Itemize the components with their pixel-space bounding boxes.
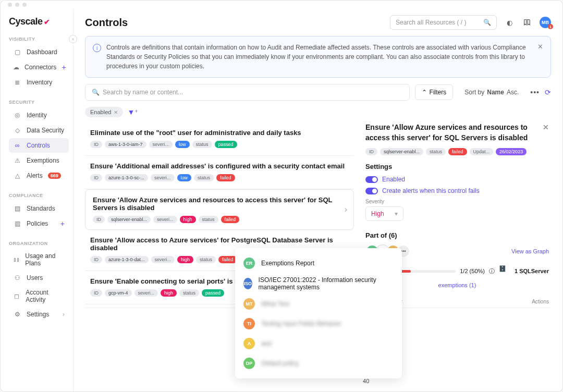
- nav-account-activity[interactable]: ◻Account Activity: [9, 286, 69, 307]
- nav-usage[interactable]: ⫾⫾Usage and Plans: [9, 249, 69, 270]
- popover-item[interactable]: ERExemptions Report: [240, 253, 397, 273]
- nav-connectors[interactable]: ☁Connectors+: [9, 60, 69, 75]
- add-connector-icon[interactable]: +: [62, 63, 66, 71]
- global-search-input[interactable]: Search all Resources ( / )🔍: [390, 15, 497, 30]
- inventory-icon: ≣: [13, 78, 21, 87]
- policies-icon: ▥: [13, 219, 21, 228]
- nav-alerts[interactable]: △Alerts669: [9, 168, 69, 183]
- popover-item[interactable]: ISOISO/IEC 27001:2022 - Information secu…: [240, 273, 397, 294]
- settings-icon: ⚙: [13, 310, 21, 318]
- chevron-right-icon: ›: [63, 311, 65, 318]
- users-icon: ⚇: [13, 274, 21, 282]
- logo: Cyscale✔: [9, 16, 69, 27]
- info-icon[interactable]: ⓘ: [489, 267, 495, 275]
- popover-item[interactable]: MTMihai Test: [240, 294, 397, 314]
- page-title: Controls: [85, 17, 128, 29]
- control-card[interactable]: Ensure 'Additional email addresses' is c…: [85, 156, 354, 189]
- add-policy-icon[interactable]: +: [60, 219, 65, 228]
- info-banner: i Controls are definitions that contain …: [85, 36, 551, 78]
- section-security-label: SECURITY: [9, 100, 69, 105]
- popover-item[interactable]: TITesting Input Fields Behavior: [240, 314, 397, 334]
- nav-controls[interactable]: ∞Controls: [9, 138, 69, 153]
- dashboard-icon: ▢: [13, 48, 21, 56]
- filter-chip-enabled[interactable]: Enabled✕: [85, 107, 123, 117]
- more-icon[interactable]: •••: [530, 88, 540, 96]
- controls-search-input[interactable]: 🔍Search by name or content...: [85, 84, 410, 101]
- section-visibility-label: VISIBILITY: [9, 36, 69, 42]
- section-organization-label: ORGANIZATION: [9, 241, 69, 246]
- usage-icon: ⫾⫾: [13, 255, 20, 264]
- severity-select[interactable]: High▾: [365, 206, 403, 221]
- alerts-badge: 669: [48, 173, 61, 179]
- view-graph-link[interactable]: View as Graph: [511, 248, 549, 254]
- controls-icon: ∞: [13, 141, 21, 150]
- nav-users[interactable]: ⚇Users: [9, 271, 69, 285]
- exemptions-icon: ⚠: [13, 156, 21, 165]
- enabled-toggle[interactable]: [365, 176, 378, 183]
- sort-button[interactable]: Sort by Name Asc.: [458, 85, 525, 100]
- user-avatar[interactable]: MB: [540, 17, 551, 28]
- close-detail-icon[interactable]: ✕: [543, 123, 549, 143]
- nav-policies[interactable]: ▥Policies+: [9, 216, 69, 231]
- activity-icon: ◻: [13, 292, 20, 300]
- nav-identity[interactable]: ◎Identity: [9, 108, 69, 123]
- info-icon: i: [93, 44, 101, 52]
- sidebar: Cyscale✔ ‹ VISIBILITY ▢Dashboard ☁Connec…: [1, 9, 74, 391]
- alerts-icon: △: [13, 172, 21, 180]
- section-compliance-label: COMPLIANCE: [9, 193, 69, 198]
- nav-exemptions[interactable]: ⚠Exemptions: [9, 153, 69, 168]
- connectors-icon: ☁: [13, 63, 19, 71]
- add-filter-icon[interactable]: ▼⁺: [127, 108, 138, 116]
- data-security-icon: ◇: [13, 126, 21, 134]
- nav-settings[interactable]: ⚙Settings›: [9, 307, 69, 322]
- topbar: Controls Search all Resources ( / )🔍 ◐ M…: [74, 9, 562, 36]
- popover-item[interactable]: DPDefault policy: [240, 353, 397, 373]
- popover-item[interactable]: Aasd: [240, 334, 397, 353]
- identity-icon: ◎: [13, 111, 21, 119]
- chevron-down-icon: ▾: [395, 210, 398, 217]
- theme-toggle-icon[interactable]: ◐: [504, 17, 515, 28]
- nav-standards[interactable]: ▤Standards: [9, 201, 69, 216]
- sqlserver-icon: 🗄️: [499, 265, 510, 277]
- filters-button[interactable]: ⌃Filters: [415, 84, 454, 100]
- nav-inventory[interactable]: ≣Inventory: [9, 75, 69, 90]
- nav-data-security[interactable]: ◇Data Security: [9, 123, 69, 138]
- nav-dashboard[interactable]: ▢Dashboard: [9, 45, 69, 59]
- search-icon: 🔍: [483, 19, 491, 26]
- caret-up-icon: ⌃: [422, 89, 427, 96]
- remove-chip-icon[interactable]: ✕: [114, 109, 118, 115]
- close-banner-icon[interactable]: ✕: [537, 43, 543, 51]
- partof-popover: ERExemptions ReportISOISO/IEC 27001:2022…: [235, 248, 402, 378]
- docs-icon[interactable]: [522, 17, 532, 28]
- collapse-sidebar-icon[interactable]: ‹: [69, 35, 77, 43]
- search-icon: 🔍: [92, 89, 100, 96]
- standards-icon: ▤: [13, 204, 21, 213]
- refresh-icon[interactable]: ⟳: [545, 88, 551, 96]
- alerts-toggle[interactable]: [365, 188, 378, 194]
- control-card[interactable]: Ensure 'Allow Azure services and resourc…: [85, 189, 354, 230]
- control-card[interactable]: Eliminate use of the "root" user for adm…: [85, 123, 354, 156]
